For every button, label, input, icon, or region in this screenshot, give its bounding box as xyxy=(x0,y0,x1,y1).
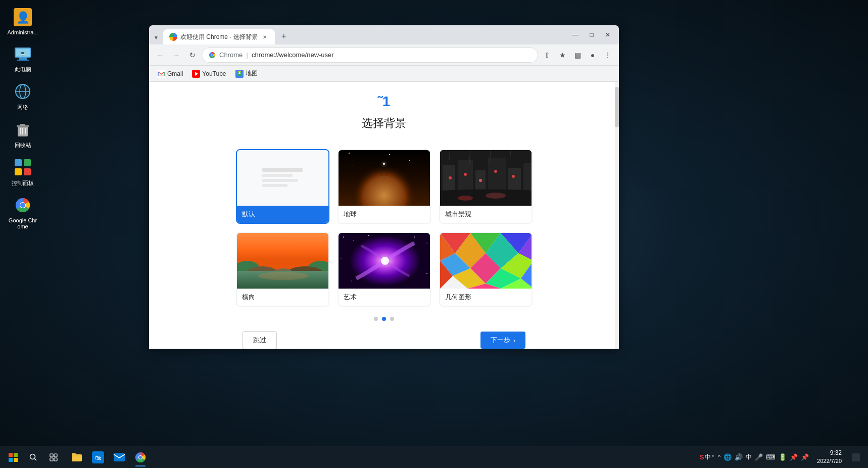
desktop-icon-google-chrome[interactable]: Google Chrome xyxy=(5,193,40,231)
svg-point-64 xyxy=(258,272,309,280)
active-tab[interactable]: 欢迎使用 Chrome - 选择背景 ✕ xyxy=(163,29,275,44)
next-arrow-icon: › xyxy=(513,337,515,344)
bookmarks-bar: Gmail YouTube 地图 xyxy=(149,66,619,82)
control-panel-icon xyxy=(13,157,33,177)
skip-button[interactable]: 跳过 xyxy=(243,331,277,349)
city-label: 城市景观 xyxy=(440,206,532,223)
menu-button[interactable]: ⋮ xyxy=(601,48,615,62)
forward-button[interactable]: → xyxy=(169,48,183,62)
tray-chinese-icon[interactable]: 中 xyxy=(746,453,752,461)
tray-battery-icon[interactable]: 🔋 xyxy=(779,453,787,461)
art-label: 艺术 xyxy=(339,289,430,306)
network-icon xyxy=(13,81,33,102)
tab-close-button[interactable]: ✕ xyxy=(261,33,269,41)
next-button[interactable]: 下一步 › xyxy=(480,332,525,349)
recycle-bin-icon xyxy=(13,119,33,139)
desktop: 👤 Administra... 💻 此电脑 xyxy=(0,0,868,468)
taskbar-search-button[interactable] xyxy=(24,448,42,466)
scrollbar-thumb[interactable] xyxy=(615,87,619,127)
svg-rect-96 xyxy=(9,458,13,462)
tray-mic-icon[interactable]: 🎤 xyxy=(755,453,763,461)
tab-area: 欢迎使用 Chrome - 选择背景 ✕ + xyxy=(163,25,291,44)
city-preview xyxy=(440,150,532,206)
bg-card-earth[interactable]: 地球 xyxy=(337,149,431,224)
tray-volume-icon[interactable]: 🔊 xyxy=(735,453,743,461)
share-button[interactable]: ⇧ xyxy=(540,48,554,62)
pagination-dot-1[interactable] xyxy=(374,317,378,321)
bg-card-art[interactable]: 艺术 xyxy=(337,232,431,307)
earth-glow xyxy=(364,175,404,206)
tab-dropdown-button[interactable]: ▼ xyxy=(152,33,160,41)
pagination-dot-3[interactable] xyxy=(390,317,394,321)
address-bar[interactable]: Chrome | chrome://welcome/new-user xyxy=(202,48,538,63)
sougou-settings-icon: ° xyxy=(712,454,714,460)
bookmark-gmail[interactable]: Gmail xyxy=(153,68,187,80)
taskbar: 🛍 xyxy=(0,446,868,468)
maximize-button[interactable]: □ xyxy=(585,28,599,42)
desktop-icon-network[interactable]: 网络 xyxy=(5,79,40,113)
svg-point-46 xyxy=(464,173,467,176)
taskbar-app-mail[interactable] xyxy=(109,447,129,467)
bg-card-landscape[interactable]: 横向 xyxy=(236,232,329,307)
bg-card-city[interactable]: 城市景观 xyxy=(439,149,533,224)
next-button-label: 下一步 xyxy=(491,336,510,345)
start-button[interactable] xyxy=(4,448,22,466)
earth-preview xyxy=(339,150,430,206)
bg-card-geometric[interactable]: 几何图形 xyxy=(439,232,533,307)
tray-network-icon[interactable]: 🌐 xyxy=(724,453,732,461)
taskbar-clock[interactable]: 9:32 2022/7/20 xyxy=(813,449,846,465)
administrator-label: Administra... xyxy=(7,29,38,35)
desktop-icon-control-panel[interactable]: 控制面板 xyxy=(5,155,40,189)
bookmark-youtube[interactable]: YouTube xyxy=(188,68,230,80)
svg-rect-19 xyxy=(15,168,22,175)
this-computer-icon: 💻 xyxy=(13,43,33,64)
scrollbar-track[interactable] xyxy=(615,82,619,349)
chrome-logo: ˜1 xyxy=(371,92,397,112)
sougou-chinese-icon: 中 xyxy=(705,453,711,461)
taskbar-task-button[interactable] xyxy=(44,448,63,466)
svg-point-31 xyxy=(238,72,240,74)
sougou-input-method[interactable]: S 中 ° xyxy=(700,453,714,461)
tray-chevron[interactable]: ^ xyxy=(718,454,720,460)
desktop-icon-recycle-bin[interactable]: 回收站 xyxy=(5,117,40,151)
notification-button[interactable] xyxy=(848,449,864,465)
svg-point-23 xyxy=(20,203,25,208)
taskbar-apps: 🛍 xyxy=(67,447,151,467)
bottom-actions: 跳过 下一步 › xyxy=(232,331,536,349)
tray-keyboard-icon[interactable]: ⌨ xyxy=(766,453,776,461)
svg-rect-13 xyxy=(20,124,25,126)
clock-date: 2022/7/20 xyxy=(817,457,842,465)
reader-mode-button[interactable]: ▤ xyxy=(570,48,585,62)
svg-rect-103 xyxy=(54,458,57,461)
pagination-dot-2[interactable] xyxy=(382,317,386,321)
landscape-preview xyxy=(237,233,328,289)
tray-pin-icon1[interactable]: 📌 xyxy=(790,453,798,461)
taskbar-app-file-explorer[interactable] xyxy=(67,447,87,467)
bookmark-button[interactable]: ★ xyxy=(555,48,569,62)
taskbar-app-store[interactable]: 🛍 xyxy=(88,447,108,467)
network-label: 网络 xyxy=(17,104,28,111)
svg-point-98 xyxy=(30,454,35,459)
default-label: 默认 xyxy=(237,206,328,223)
gmail-label: Gmail xyxy=(167,70,183,77)
svg-rect-101 xyxy=(54,454,57,457)
svg-point-51 xyxy=(458,196,473,201)
svg-rect-108 xyxy=(114,453,125,461)
bookmark-maps[interactable]: 地图 xyxy=(231,68,262,80)
svg-rect-18 xyxy=(24,159,31,166)
back-button[interactable]: ← xyxy=(153,48,167,62)
profile-button[interactable]: ● xyxy=(586,48,600,62)
new-tab-button[interactable]: + xyxy=(277,29,291,43)
bg-card-default[interactable]: 默认 xyxy=(236,149,329,224)
toolbar-actions: ⇧ ★ ▤ ● ⋮ xyxy=(540,48,615,62)
desktop-icon-administrator[interactable]: 👤 Administra... xyxy=(5,5,40,37)
tray-pin-icon2[interactable]: 📌 xyxy=(801,453,809,461)
refresh-button[interactable]: ↻ xyxy=(185,48,200,62)
close-button[interactable]: ✕ xyxy=(601,28,615,42)
youtube-favicon xyxy=(192,70,200,78)
taskbar-right: S 中 ° ^ 🌐 🔊 中 🎤 ⌨ 🔋 📌 📌 9:32 2022/7/20 xyxy=(700,449,864,465)
minimize-button[interactable]: — xyxy=(568,28,583,42)
administrator-icon: 👤 xyxy=(13,7,33,27)
taskbar-app-chrome[interactable] xyxy=(130,447,151,467)
desktop-icon-this-computer[interactable]: 💻 此电脑 xyxy=(5,41,40,75)
